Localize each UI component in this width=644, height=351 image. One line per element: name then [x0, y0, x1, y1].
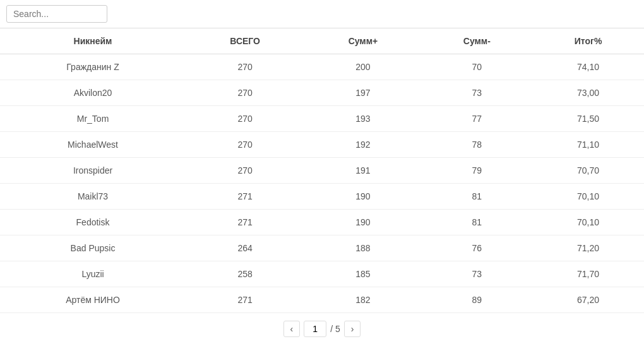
cell-sumplus: 190 — [304, 210, 421, 235]
cell-result: 73,00 — [532, 80, 644, 106]
cell-total: 264 — [186, 235, 304, 261]
cell-nickname: Артём НИНО — [0, 287, 186, 313]
cell-summinus: 81 — [422, 210, 533, 235]
table-row: Fedotisk2711908170,10 — [0, 210, 644, 235]
cell-result: 71,20 — [532, 235, 644, 261]
cell-summinus: 73 — [422, 80, 533, 106]
cell-summinus: 70 — [422, 54, 533, 80]
table-row: Bad Pupsic2641887671,20 — [0, 235, 644, 261]
cell-total: 258 — [186, 261, 304, 287]
cell-summinus: 81 — [422, 184, 533, 210]
cell-total: 270 — [186, 132, 304, 158]
cell-sumplus: 197 — [304, 80, 421, 106]
cell-nickname: MichaelWest — [0, 132, 186, 158]
cell-summinus: 78 — [422, 132, 533, 158]
cell-total: 270 — [186, 158, 304, 184]
cell-total: 271 — [186, 287, 304, 313]
pagination: ‹ / 5 › — [0, 313, 644, 345]
table-row: Ironspider2701917970,70 — [0, 158, 644, 184]
table-row: MichaelWest2701927871,10 — [0, 132, 644, 158]
table-row: Lyuzii2581857371,70 — [0, 261, 644, 287]
table-row: Mr_Tom2701937771,50 — [0, 106, 644, 132]
cell-result: 74,10 — [532, 54, 644, 80]
cell-sumplus: 182 — [304, 287, 421, 313]
cell-nickname: Ironspider — [0, 158, 186, 184]
cell-nickname: Bad Pupsic — [0, 235, 186, 261]
cell-sumplus: 200 — [304, 54, 421, 80]
cell-sumplus: 190 — [304, 184, 421, 210]
cell-summinus: 76 — [422, 235, 533, 261]
cell-nickname: Lyuzii — [0, 261, 186, 287]
col-header-nickname: Никнейм — [0, 28, 186, 54]
prev-page-button[interactable]: ‹ — [283, 321, 301, 337]
cell-result: 70,10 — [532, 184, 644, 210]
cell-result: 71,70 — [532, 261, 644, 287]
table-row: Гражданин Z2702007074,10 — [0, 54, 644, 80]
data-table: Никнейм ВСЕГО Сумм+ Сумм- Итог% Граждани… — [0, 28, 644, 313]
col-header-result: Итог% — [532, 28, 644, 54]
cell-sumplus: 192 — [304, 132, 421, 158]
cell-nickname: Mr_Tom — [0, 106, 186, 132]
cell-result: 70,70 — [532, 158, 644, 184]
page-total: / 5 — [330, 324, 340, 334]
col-header-summinus: Сумм- — [422, 28, 533, 54]
cell-sumplus: 193 — [304, 106, 421, 132]
cell-sumplus: 185 — [304, 261, 421, 287]
cell-result: 71,10 — [532, 132, 644, 158]
cell-nickname: Maikl73 — [0, 184, 186, 210]
table-row: Maikl732711908170,10 — [0, 184, 644, 210]
search-container — [0, 0, 644, 28]
next-page-button[interactable]: › — [344, 321, 361, 337]
col-header-total: ВСЕГО — [186, 28, 304, 54]
cell-total: 270 — [186, 106, 304, 132]
cell-summinus: 89 — [422, 287, 533, 313]
cell-sumplus: 188 — [304, 235, 421, 261]
search-input[interactable] — [6, 5, 107, 23]
cell-result: 71,50 — [532, 106, 644, 132]
cell-total: 270 — [186, 80, 304, 106]
cell-result: 67,20 — [532, 287, 644, 313]
cell-nickname: Akvilon20 — [0, 80, 186, 106]
table-header-row: Никнейм ВСЕГО Сумм+ Сумм- Итог% — [0, 28, 644, 54]
cell-nickname: Fedotisk — [0, 210, 186, 235]
cell-total: 271 — [186, 210, 304, 235]
cell-result: 70,10 — [532, 210, 644, 235]
cell-sumplus: 191 — [304, 158, 421, 184]
cell-total: 270 — [186, 54, 304, 80]
cell-summinus: 79 — [422, 158, 533, 184]
cell-total: 271 — [186, 184, 304, 210]
cell-nickname: Гражданин Z — [0, 54, 186, 80]
cell-summinus: 77 — [422, 106, 533, 132]
table-row: Akvilon202701977373,00 — [0, 80, 644, 106]
table-row: Артём НИНО2711828967,20 — [0, 287, 644, 313]
cell-summinus: 73 — [422, 261, 533, 287]
col-header-sumplus: Сумм+ — [304, 28, 421, 54]
page-number-input[interactable] — [304, 321, 326, 337]
